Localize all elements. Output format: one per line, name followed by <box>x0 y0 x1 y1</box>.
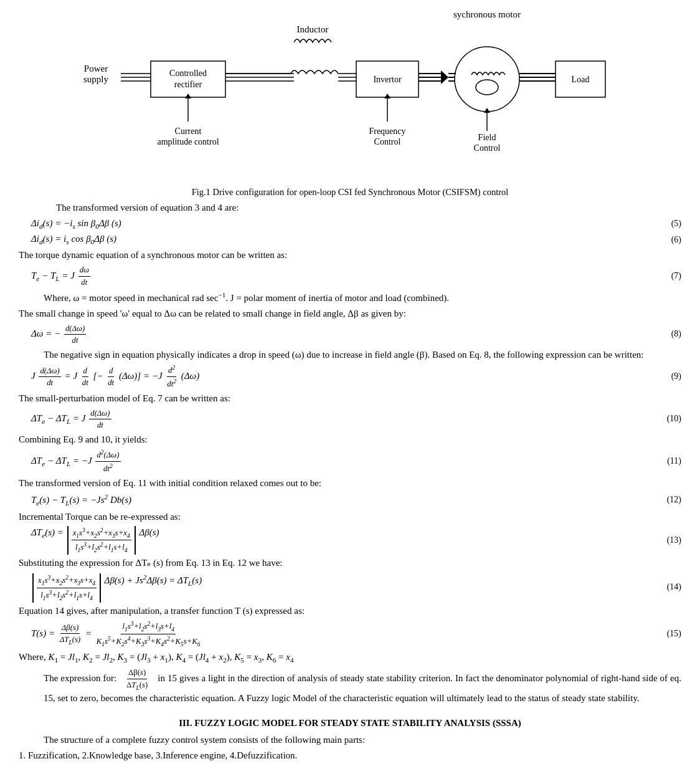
equation-12-line: Te(s) − TL(s) = −Js2 Db(s) (12) <box>19 492 681 508</box>
equation-5-line: Δid(s) = −is sin β0Δβ (s) (5) <box>19 217 681 231</box>
motor-circle <box>455 47 519 112</box>
eq11-number: (11) <box>650 455 681 467</box>
eq8-number: (8) <box>650 328 681 340</box>
eq6-number: (6) <box>650 234 681 246</box>
equation-10-line: ΔTe − ΔTL = J d(Δω) dt (10) <box>19 408 681 431</box>
small-change-intro: The small change in speed 'ω' equal to Δ… <box>19 307 681 321</box>
equation-11-line: ΔTe − ΔTL = −J d2(Δω) dt2 (11) <box>19 448 681 474</box>
freq-ctrl-label1: Frequency <box>369 127 405 136</box>
eq5-math: Δid(s) = −is sin β0Δβ (s) <box>31 218 121 228</box>
eq14-number: (14) <box>650 581 681 593</box>
combining-text: Combining Eq. 9 and 10, it yields: <box>19 433 681 447</box>
eq10-content: ΔTe − ΔTL = J d(Δω) dt <box>19 408 650 431</box>
main-content: Fig.1 Drive configuration for open-loop … <box>19 186 681 763</box>
eq11-content: ΔTe − ΔTL = −J d2(Δω) dt2 <box>19 448 650 474</box>
power-supply-label: Power <box>84 64 108 74</box>
load-label: Load <box>572 75 590 84</box>
equation-15-line: T(s) = Δβ(s) ΔTL(s) = l1s3+l2s2+l3s+l4 K… <box>19 619 681 648</box>
transformed-11-text: The transformed version of Eq. 11 with i… <box>19 477 681 490</box>
eq14-math: x1s3+x2s2+x3s+x4 l1s3+l2s2+l1s+l4 Δβ(s) … <box>31 575 202 585</box>
synchronous-motor-label: sychronous motor <box>453 9 521 19</box>
eq7-content: Te − TL = J dω dt <box>19 264 650 288</box>
eq14-gives-text: Equation 14 gives, after manipulation, a… <box>19 605 681 618</box>
eq8-math: Δω = − d(Δω) dt <box>31 328 87 338</box>
eq12-math: Te(s) − TL(s) = −Js2 Db(s) <box>31 495 131 505</box>
equation-14-line: x1s3+x2s2+x3s+x4 l1s3+l2s2+l1s+l4 Δβ(s) … <box>19 572 681 603</box>
eq9-math: J d(Δω) dt = J d dt [− d dt (Δω)] = −J <box>31 371 199 381</box>
eq13-content: ΔTe(s) = x1s3+x2s2+x3s+x4 l1s3+l2s2+l1s+… <box>19 526 650 555</box>
freq-ctrl-label2: Control <box>374 137 401 146</box>
diagram-container: sychronous motor Inductor Power supply C… <box>19 6 681 181</box>
field-ctrl-label1: Field <box>478 133 496 142</box>
eq7-math: Te − TL = J dω dt <box>31 270 92 280</box>
substituting-text: Substituting the expression for ΔTₑ (s) … <box>19 557 681 570</box>
eq6-math: Δid(s) = is cos β0Δβ (s) <box>31 234 116 244</box>
fuzzy-parts-text: 1. Fuzzification, 2.Knowledge base, 3.In… <box>19 749 681 763</box>
invertor-label: Invertor <box>373 75 401 84</box>
transformed-intro: The transformed version of equation 3 an… <box>19 201 681 215</box>
eq12-content: Te(s) − TL(s) = −Js2 Db(s) <box>19 492 650 508</box>
eq15-content: T(s) = Δβ(s) ΔTL(s) = l1s3+l2s2+l3s+l4 K… <box>19 619 650 648</box>
equation-6-line: Δid(s) = is cos β0Δβ (s) (6) <box>19 232 681 247</box>
where-omega: Where, ω = motor speed in mechanical rad… <box>19 290 681 305</box>
current-ctrl-label1: Current <box>175 127 202 136</box>
equation-8-line: Δω = − d(Δω) dt (8) <box>19 323 681 347</box>
fig-caption: Fig.1 Drive configuration for open-loop … <box>19 186 681 199</box>
where-k-text: Where, K1 = Jl1, K2 = Jl2, K3 = (Jl3 + x… <box>19 651 681 665</box>
current-ctrl-label2: amplitude control <box>157 137 219 146</box>
expression-for-text: The expression for: Δβ(s) ΔTL(s) in 15 g… <box>19 667 681 705</box>
equation-13-line: ΔTe(s) = x1s3+x2s2+x3s+x4 l1s3+l2s2+l1s+… <box>19 526 681 555</box>
eq14-content: x1s3+x2s2+x3s+x4 l1s3+l2s2+l1s+l4 Δβ(s) … <box>19 572 650 603</box>
torque-dynamic-intro: The torque dynamic equation of a synchro… <box>19 249 681 262</box>
eq5-number: (5) <box>650 218 681 230</box>
eq10-math: ΔTe − ΔTL = J d(Δω) dt <box>31 413 113 423</box>
inductor-coil <box>294 39 331 42</box>
eq13-math: ΔTe(s) = x1s3+x2s2+x3s+x4 l1s3+l2s2+l1s+… <box>31 527 159 537</box>
eq7-number: (7) <box>650 270 681 282</box>
negative-sign-text: The negative sign in equation physically… <box>19 348 681 362</box>
incremental-torque: Incremental Torque can be re-expressed a… <box>19 510 681 524</box>
controlled-rectifier-label2: rectifier <box>174 80 202 89</box>
arrow-inv-motor <box>441 70 448 84</box>
eq11-math: ΔTe − ΔTL = −J d2(Δω) dt2 <box>31 456 122 466</box>
section-iii-title: III. FUZZY LOGIC MODEL FOR STEADY STATE … <box>19 717 681 730</box>
eq8-content: Δω = − d(Δω) dt <box>19 323 650 347</box>
eq12-number: (12) <box>650 494 681 506</box>
inductor-label: Inductor <box>297 24 329 34</box>
eq15-number: (15) <box>650 628 681 640</box>
equation-9-line: J d(Δω) dt = J d dt [− d dt (Δω)] = −J <box>19 363 681 390</box>
eq9-number: (9) <box>650 370 681 383</box>
eq6-content: Δid(s) = is cos β0Δβ (s) <box>19 232 650 247</box>
eq9-content: J d(Δω) dt = J d dt [− d dt (Δω)] = −J <box>19 363 650 390</box>
controlled-rectifier-label1: Controlled <box>169 69 207 78</box>
eq15-math: T(s) = Δβ(s) ΔTL(s) = l1s3+l2s2+l3s+l4 K… <box>31 628 203 638</box>
equation-7-line: Te − TL = J dω dt (7) <box>19 264 681 288</box>
block-diagram: sychronous motor Inductor Power supply C… <box>51 6 649 181</box>
eq13-number: (13) <box>650 534 681 547</box>
eq10-number: (10) <box>650 413 681 425</box>
small-perturbation: The small-perturbation model of Eq. 7 ca… <box>19 392 681 406</box>
eq5-content: Δid(s) = −is sin β0Δβ (s) <box>19 217 650 231</box>
controlled-rectifier-box <box>151 61 225 97</box>
power-supply-label2: supply <box>83 74 109 84</box>
field-ctrl-label2: Control <box>474 143 501 153</box>
fuzzy-structure-text: The structure of a complete fuzzy contro… <box>19 734 681 747</box>
